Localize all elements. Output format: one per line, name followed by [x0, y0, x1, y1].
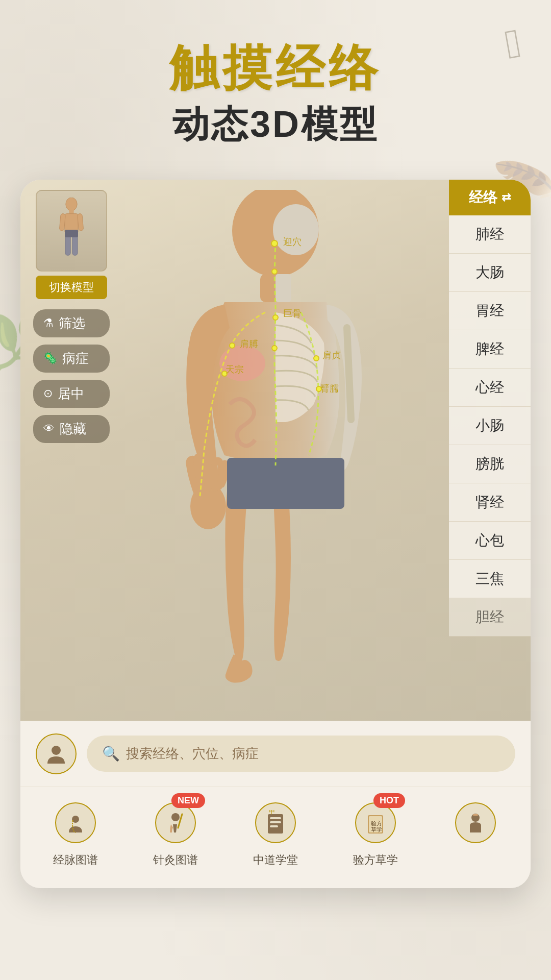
svg-point-18 [273, 315, 278, 320]
nav-badge-new: NEW [171, 793, 205, 808]
nav-label-zhenci: 针灸图谱 [153, 852, 198, 868]
svg-line-13 [347, 328, 351, 420]
disease-label: 病症 [62, 350, 89, 368]
nav-icon-zhongyao: 验方 草学 HOT [350, 797, 401, 848]
svg-point-17 [272, 269, 277, 274]
svg-rect-44 [473, 814, 478, 816]
avatar-icon[interactable] [36, 733, 77, 774]
svg-point-32 [171, 813, 180, 821]
nav-badge-hot: HOT [373, 793, 405, 808]
center-label: 居中 [58, 385, 84, 403]
model-area: 切换模型 ⚗ 筛选 🦠 病症 ⊙ 居中 👁 隐藏 [20, 180, 531, 721]
meridian-item-feijing[interactable]: 肺经 [449, 215, 531, 254]
meridian-item-dachang[interactable]: 大肠 [449, 254, 531, 292]
model-thumbnail [36, 190, 107, 272]
svg-rect-1 [69, 210, 73, 213]
center-icon: ⊙ [43, 387, 53, 400]
svg-point-22 [314, 356, 319, 361]
body-model-center: 迎穴 巨骨 肩膊 肩贞 臂臑 天宗 [102, 180, 449, 721]
search-icon: 🔍 [102, 745, 120, 762]
nav-icon-zhongyi: 中 [250, 797, 301, 848]
meridian-item-xinbao[interactable]: 心包 [449, 522, 531, 560]
nav-label-zhongyi: 中道学堂 [253, 852, 298, 868]
switch-model-button[interactable]: 切换模型 [36, 276, 107, 299]
meridian-item-shenjing[interactable]: 肾经 [449, 483, 531, 522]
svg-rect-7 [65, 230, 78, 237]
header-section: 触摸经络 动态3D模型 [0, 0, 551, 169]
meridian-item-sanjiao[interactable]: 三焦 [449, 560, 531, 598]
meridian-item-xinjing[interactable]: 心经 [449, 369, 531, 407]
svg-point-20 [230, 343, 235, 348]
search-bar[interactable]: 🔍 搜索经络、穴位、病症 [87, 736, 515, 772]
nav-item-jingmai[interactable]: 经脉图谱 [35, 797, 116, 868]
svg-point-16 [271, 240, 278, 247]
nav-icon-zhenci: NEW [150, 797, 201, 848]
hide-label: 隐藏 [60, 420, 86, 438]
disease-menu-item[interactable]: 🦠 病症 [33, 345, 110, 373]
switch-icon: ⇄ [502, 191, 511, 204]
svg-rect-15 [227, 458, 344, 509]
nav-item-zhongyao[interactable]: 验方 草学 HOT 验方草学 [335, 797, 416, 868]
nav-label-jingmai: 经脉图谱 [53, 852, 98, 868]
meridian-item-pijing[interactable]: 脾经 [449, 330, 531, 369]
nav-icon-more [450, 797, 501, 848]
sub-title: 动态3D模型 [0, 100, 551, 149]
left-panel: 切换模型 ⚗ 筛选 🦠 病症 ⊙ 居中 👁 隐藏 [20, 180, 122, 721]
svg-point-9 [273, 204, 319, 255]
svg-rect-11 [276, 274, 291, 302]
svg-rect-34 [268, 814, 283, 834]
svg-text:中: 中 [269, 810, 275, 815]
svg-point-19 [272, 346, 277, 351]
page-container: 𓅰 🌿 🪶 触摸经络 动态3D模型 [0, 0, 551, 980]
svg-point-0 [66, 198, 77, 211]
nav-item-zhenci[interactable]: NEW 针灸图谱 [135, 797, 216, 868]
svg-text:肩膊: 肩膊 [240, 339, 258, 349]
hide-menu-item[interactable]: 👁 隐藏 [33, 415, 110, 443]
meridian-header[interactable]: 经络 ⇄ [449, 180, 531, 215]
svg-point-30 [52, 746, 61, 755]
filter-label: 筛选 [59, 314, 85, 332]
svg-text:验方: 验方 [371, 820, 382, 826]
nav-item-zhongyi[interactable]: 中 中道学堂 [235, 797, 316, 868]
meridian-item-xiaochang[interactable]: 小肠 [449, 407, 531, 445]
svg-text:臂臑: 臂臑 [320, 383, 339, 394]
nav-label-zhongyao: 验方草学 [353, 852, 398, 868]
search-placeholder: 搜索经络、穴位、病症 [126, 745, 259, 763]
svg-text:迎穴: 迎穴 [283, 237, 302, 247]
meridian-item-weijing[interactable]: 胃经 [449, 292, 531, 330]
svg-rect-36 [270, 821, 281, 823]
right-panel: 经络 ⇄ 肺经 大肠 胃经 脾经 心经 小肠 膀胱 肾经 心包 三焦 胆经 [449, 180, 531, 636]
meridian-item-pangguang[interactable]: 膀胱 [449, 445, 531, 483]
svg-text:天宗: 天宗 [226, 364, 244, 375]
meridian-header-label: 经络 [469, 188, 497, 207]
nav-icon-jingmai [50, 797, 101, 848]
bottom-nav: 经脉图谱 NEW 针灸图谱 [20, 787, 531, 888]
filter-icon: ⚗ [43, 316, 54, 330]
filter-menu-item[interactable]: ⚗ 筛选 [33, 309, 110, 337]
disease-icon: 🦠 [43, 352, 57, 365]
main-title: 触摸经络 [0, 41, 551, 95]
hide-icon: 👁 [43, 422, 55, 435]
nav-item-more[interactable] [435, 797, 516, 852]
svg-text:草学: 草学 [371, 826, 382, 832]
svg-rect-35 [270, 817, 281, 819]
search-section: 🔍 搜索经络、穴位、病症 [20, 721, 531, 787]
svg-rect-37 [270, 825, 278, 827]
app-mockup: 切换模型 ⚗ 筛选 🦠 病症 ⊙ 居中 👁 隐藏 [20, 180, 531, 888]
svg-text:巨骨: 巨骨 [283, 308, 302, 318]
center-menu-item[interactable]: ⊙ 居中 [33, 380, 110, 408]
svg-text:肩贞: 肩贞 [322, 350, 341, 360]
meridian-item-danjing[interactable]: 胆经 [449, 598, 531, 636]
